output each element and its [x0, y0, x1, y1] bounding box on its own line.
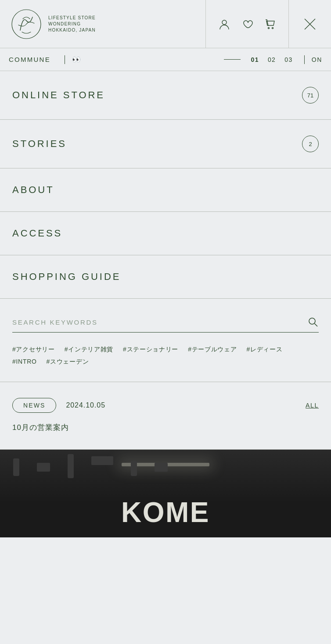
news-title[interactable]: 10月の営業案内: [12, 422, 319, 433]
search-input[interactable]: [12, 318, 307, 326]
pipe-2: [37, 463, 50, 472]
logo-line-2: WONDERING: [48, 21, 96, 27]
pipe-5: [131, 461, 137, 476]
menu-item-label-about: ABOUT: [12, 184, 54, 196]
svg-line-7: [315, 324, 318, 327]
logo-line-1: LIFESTYLE STORE: [48, 15, 96, 21]
logo-text: LIFESTYLE STORE WONDERING HOKKAIDO, JAPA…: [48, 15, 96, 33]
menu-list: ONLINE STORE 71 STORIES 2 ABOUT ACCESS S…: [0, 71, 331, 299]
nav-step-2[interactable]: 02: [268, 56, 276, 63]
nav-bar: COMMUNE 👀 01 02 03 ON: [0, 48, 331, 71]
cart-icon[interactable]: [264, 18, 276, 30]
news-date: 2024.10.05: [66, 401, 306, 409]
menu-item-online-store[interactable]: ONLINE STORE 71: [0, 71, 331, 120]
bottom-image-section: KOME: [0, 450, 331, 537]
pipe-3: [68, 454, 74, 478]
menu-item-label-stories: STORIES: [12, 138, 67, 150]
menu-item-shopping-guide[interactable]: SHOPPING GUIDE: [0, 255, 331, 299]
news-badge[interactable]: NEWS: [12, 398, 56, 413]
search-input-row: [12, 316, 319, 333]
pipe-6: [155, 463, 168, 472]
menu-item-access[interactable]: ACCESS: [0, 212, 331, 255]
menu-item-badge-stories: 2: [302, 136, 319, 152]
tag-interior[interactable]: #インテリア雑貨: [65, 346, 113, 354]
nav-eyes-emoji: 👀: [72, 55, 81, 64]
pipe-1: [13, 458, 19, 476]
heart-icon[interactable]: [241, 18, 253, 30]
svg-point-1: [222, 20, 227, 25]
logo-area[interactable]: LIFESTYLE STORE WONDERING HOKKAIDO, JAPA…: [0, 0, 206, 48]
pipe-4: [91, 456, 113, 465]
header-icons-group: [206, 0, 289, 48]
tag-sweden[interactable]: #スウェーデン: [47, 358, 89, 366]
close-button[interactable]: [289, 0, 331, 48]
svg-point-2: [268, 27, 270, 29]
nav-vertical-divider: [65, 55, 65, 64]
menu-item-label-online-store: ONLINE STORE: [12, 89, 105, 101]
tag-intro[interactable]: #INTRO: [12, 358, 37, 366]
nav-step-1[interactable]: 01: [251, 56, 259, 63]
menu-item-badge-online-store: 71: [302, 87, 319, 104]
ceiling-pipes: [0, 450, 331, 502]
menu-item-about[interactable]: ABOUT: [0, 168, 331, 212]
search-button[interactable]: [307, 316, 319, 328]
user-icon[interactable]: [218, 18, 230, 30]
nav-step-3[interactable]: 03: [284, 56, 292, 63]
bottom-big-text: KOME: [121, 497, 210, 528]
tag-accessories[interactable]: #アクセサリー: [12, 346, 55, 354]
menu-item-label-access: ACCESS: [12, 228, 62, 239]
svg-point-3: [272, 27, 273, 29]
tag-ladies[interactable]: #レディース: [247, 346, 283, 354]
tags-row: #アクセサリー #インテリア雑貨 #ステーショナリー #テーブルウェア #レディ…: [12, 346, 319, 366]
news-section: NEWS 2024.10.05 ALL 10月の営業案内: [0, 382, 331, 450]
nav-on-label[interactable]: ON: [312, 56, 322, 63]
logo-icon: [11, 8, 42, 40]
bottom-image-text: KOME: [121, 496, 210, 529]
nav-commune-label[interactable]: COMMUNE: [9, 56, 50, 63]
svg-point-6: [309, 318, 315, 324]
nav-steps-divider: [304, 55, 305, 64]
site-header: LIFESTYLE STORE WONDERING HOKKAIDO, JAPA…: [0, 0, 331, 48]
nav-steps: 01 02 03 ON: [224, 55, 323, 64]
menu-item-stories[interactable]: STORIES 2: [0, 120, 331, 168]
logo-line-3: HOKKAIDO, JAPAN: [48, 27, 96, 33]
news-all-link[interactable]: ALL: [306, 402, 319, 409]
news-header: NEWS 2024.10.05 ALL: [12, 398, 319, 413]
nav-step-line: [224, 59, 241, 60]
menu-item-label-shopping-guide: SHOPPING GUIDE: [12, 271, 121, 283]
search-section: #アクセサリー #インテリア雑貨 #ステーショナリー #テーブルウェア #レディ…: [0, 299, 331, 382]
tag-stationery[interactable]: #ステーショナリー: [123, 346, 178, 354]
tag-tableware[interactable]: #テーブルウェア: [188, 346, 237, 354]
